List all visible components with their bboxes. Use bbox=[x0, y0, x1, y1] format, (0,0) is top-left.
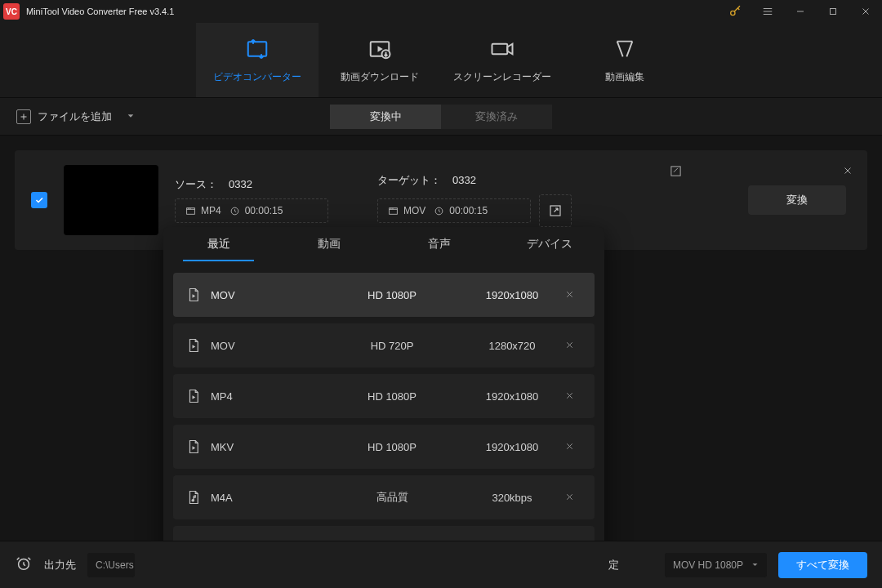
popup-tab-audio[interactable]: 音声 bbox=[384, 227, 494, 261]
remove-task-icon[interactable] bbox=[843, 165, 853, 178]
target-duration: 00:00:15 bbox=[434, 205, 488, 216]
minimize-icon[interactable] bbox=[784, 0, 817, 23]
svg-marker-15 bbox=[193, 345, 196, 349]
main-nav: ビデオコンバーター 動画ダウンロード スクリーンレコーダー 動画編集 bbox=[0, 23, 882, 98]
key-icon[interactable] bbox=[719, 0, 751, 23]
chevron-down-icon bbox=[751, 561, 759, 568]
svg-rect-8 bbox=[187, 207, 195, 214]
popup-tab-recent[interactable]: 最近 bbox=[163, 227, 274, 261]
svg-marker-7 bbox=[128, 114, 134, 117]
nav-video-converter[interactable]: ビデオコンバーター bbox=[196, 23, 318, 97]
app-logo: VC bbox=[3, 3, 20, 20]
row-format: MOV bbox=[186, 338, 317, 353]
editor-icon bbox=[612, 36, 638, 62]
svg-rect-10 bbox=[390, 207, 398, 214]
source-format: MP4 bbox=[185, 205, 221, 216]
row-resolution: 1920x1080 bbox=[467, 390, 557, 403]
format-row[interactable]: M4A高品質320kbps bbox=[173, 475, 595, 519]
close-icon[interactable] bbox=[849, 0, 882, 23]
svg-rect-13 bbox=[671, 167, 680, 176]
edit-icon[interactable] bbox=[670, 165, 682, 180]
footer: 出力先 C:\Users 定 MOV HD 1080P すべて変換 bbox=[0, 541, 882, 588]
svg-marker-14 bbox=[193, 294, 196, 298]
nav-video-editor[interactable]: 動画編集 bbox=[564, 23, 686, 97]
row-quality: HD 1080P bbox=[317, 390, 467, 403]
output-label: 出力先 bbox=[44, 558, 76, 572]
add-file-label: ファイルを追加 bbox=[38, 109, 112, 124]
svg-rect-2 bbox=[248, 42, 267, 56]
titlebar: VC MiniTool Video Converter Free v3.4.1 bbox=[0, 0, 882, 23]
popup-list[interactable]: MOVHD 1080P1920x1080MOVHD 720P1280x720MP… bbox=[163, 261, 604, 570]
convert-all-button[interactable]: すべて変換 bbox=[778, 552, 867, 578]
svg-rect-6 bbox=[492, 44, 508, 55]
nav-label-converter: ビデオコンバーター bbox=[213, 70, 301, 84]
plus-icon bbox=[16, 109, 31, 124]
recorder-icon bbox=[489, 36, 515, 62]
nav-label-editor: 動画編集 bbox=[605, 70, 644, 84]
task-checkbox[interactable] bbox=[31, 192, 47, 208]
row-quality: HD 1080P bbox=[317, 289, 467, 301]
target-block: ターゲット：0332 MOV 00:00:15 bbox=[377, 173, 572, 227]
row-format: MOV bbox=[186, 287, 317, 302]
chevron-down-icon[interactable] bbox=[127, 110, 135, 122]
output-path[interactable]: C:\Users bbox=[87, 553, 135, 577]
svg-marker-16 bbox=[193, 395, 196, 399]
svg-rect-1 bbox=[831, 9, 836, 15]
schedule-icon[interactable] bbox=[15, 555, 33, 576]
source-details: MP4 00:00:15 bbox=[175, 198, 328, 223]
menu-icon[interactable] bbox=[751, 0, 784, 23]
row-quality: HD 1080P bbox=[317, 441, 467, 453]
svg-point-0 bbox=[731, 11, 735, 15]
toolbar: ファイルを追加 変換中 変換済み bbox=[0, 98, 882, 136]
popup-tab-video[interactable]: 動画 bbox=[274, 227, 384, 261]
compress-button[interactable] bbox=[539, 194, 572, 227]
row-format: MKV bbox=[186, 439, 317, 454]
maximize-icon[interactable] bbox=[817, 0, 849, 23]
target-name: 0332 bbox=[452, 174, 476, 186]
video-thumbnail[interactable] bbox=[64, 165, 158, 235]
row-resolution: 1920x1080 bbox=[467, 289, 557, 301]
row-quality: 高品質 bbox=[317, 490, 467, 505]
source-block: ソース：0332 MP4 00:00:15 bbox=[175, 177, 328, 223]
app-title: MiniTool Video Converter Free v3.4.1 bbox=[26, 7, 174, 16]
row-remove-icon[interactable] bbox=[557, 340, 581, 352]
format-row[interactable]: MOVHD 1080P1920x1080 bbox=[173, 273, 595, 317]
tab-converting[interactable]: 変換中 bbox=[330, 105, 441, 129]
format-popup: 最近 動画 音声 デバイス MOVHD 1080P1920x1080MOVHD … bbox=[163, 227, 604, 570]
row-remove-icon[interactable] bbox=[557, 441, 581, 453]
row-resolution: 320kbps bbox=[467, 492, 557, 504]
popup-tab-device[interactable]: デバイス bbox=[494, 227, 604, 261]
row-quality: HD 720P bbox=[317, 340, 467, 352]
row-remove-icon[interactable] bbox=[557, 492, 581, 504]
row-resolution: 1280x720 bbox=[467, 340, 557, 352]
svg-marker-17 bbox=[193, 446, 196, 450]
row-resolution: 1920x1080 bbox=[467, 441, 557, 453]
target-format-select[interactable]: MOV HD 1080P bbox=[665, 553, 767, 577]
source-name: 0332 bbox=[229, 178, 252, 190]
row-format: MP4 bbox=[186, 389, 317, 403]
source-duration: 00:00:15 bbox=[229, 205, 283, 216]
format-row[interactable]: MP4HD 1080P1920x1080 bbox=[173, 374, 595, 418]
row-format: M4A bbox=[186, 490, 317, 505]
tab-converted[interactable]: 変換済み bbox=[441, 105, 552, 129]
nav-label-recorder: スクリーンレコーダー bbox=[453, 70, 551, 84]
nav-label-download: 動画ダウンロード bbox=[341, 70, 419, 84]
add-file-button[interactable]: ファイルを追加 bbox=[16, 109, 135, 124]
nav-video-download[interactable]: 動画ダウンロード bbox=[318, 23, 441, 97]
download-icon bbox=[367, 36, 393, 62]
format-row[interactable]: MOVHD 720P1280x720 bbox=[173, 323, 595, 368]
svg-point-18 bbox=[192, 500, 194, 501]
svg-marker-21 bbox=[753, 564, 758, 566]
target-trunc-label: 定 bbox=[608, 558, 619, 572]
target-details[interactable]: MOV 00:00:15 bbox=[377, 198, 531, 223]
target-format: MOV bbox=[388, 205, 425, 216]
nav-screen-recorder[interactable]: スクリーンレコーダー bbox=[441, 23, 564, 97]
row-remove-icon[interactable] bbox=[557, 289, 581, 301]
format-row[interactable]: MKVHD 1080P1920x1080 bbox=[173, 425, 595, 469]
row-remove-icon[interactable] bbox=[557, 390, 581, 403]
convert-button[interactable]: 変換 bbox=[748, 185, 846, 215]
converter-icon bbox=[244, 36, 270, 62]
